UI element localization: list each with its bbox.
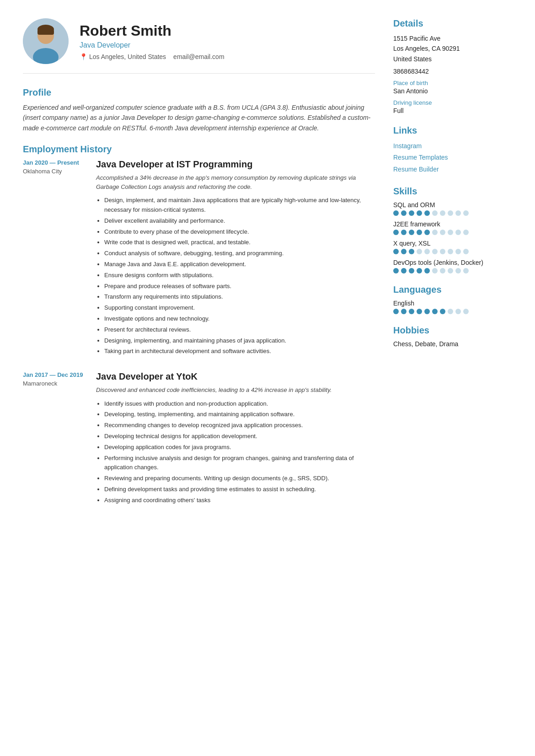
dot-empty	[448, 210, 453, 216]
dot-filled	[409, 268, 414, 273]
dot-empty	[463, 210, 469, 216]
skill-dots	[393, 210, 512, 216]
link-item[interactable]: Resume Builder	[393, 164, 512, 175]
bullet-item: Defining development tasks and providing…	[104, 485, 375, 494]
skill-dots	[393, 268, 512, 273]
pin-icon: 📍	[80, 53, 87, 60]
bullet-item: Identify issues with production and non-…	[104, 399, 375, 409]
left-column: Robert Smith Java Developer 📍 Los Angele…	[23, 18, 375, 738]
skill-dots	[393, 249, 512, 254]
dot-filled	[401, 210, 407, 216]
dot-empty	[463, 230, 469, 235]
links-list: InstagramResume TemplatesResume Builder	[393, 140, 512, 175]
bullet-item: Conduct analysis of software, debugging,…	[104, 249, 375, 258]
dot-filled	[417, 210, 422, 216]
location-pin: 📍 Los Angeles, United States	[80, 53, 166, 60]
dot-empty	[455, 309, 461, 314]
dot-filled	[424, 268, 430, 273]
skill-name: X query, XSL	[393, 240, 512, 247]
bullet-item: Design, implement, and maintain Java app…	[104, 196, 375, 215]
bullet-item: Developing application codes for java pr…	[104, 443, 375, 452]
job-content: Java Developer at YtoKDiscovered and enh…	[96, 371, 375, 506]
employment-title: Employment History	[23, 144, 375, 155]
dot-empty	[432, 249, 438, 254]
bullet-item: Ensure designs conform with stipulations…	[104, 271, 375, 280]
dot-empty	[455, 230, 461, 235]
dot-filled	[417, 268, 422, 273]
skills-section: Skills SQL and ORMJ2EE frameworkX query,…	[393, 186, 512, 273]
job-entry: Jan 2020 — PresentOklahoma CityJava Deve…	[23, 159, 375, 358]
job-bullets: Identify issues with production and non-…	[96, 399, 375, 505]
address-line3: United States	[393, 55, 432, 63]
bullet-item: Recommending changes to develop recogniz…	[104, 421, 375, 430]
links-title: Links	[393, 125, 512, 136]
language-name: English	[393, 300, 512, 307]
links-section: Links InstagramResume TemplatesResume Bu…	[393, 125, 512, 175]
bullet-item: Write code that is designed well, practi…	[104, 238, 375, 247]
link-item[interactable]: Instagram	[393, 140, 512, 152]
location-text: Los Angeles, United States	[89, 53, 166, 60]
bullet-item: Reviewing and preparing documents. Writi…	[104, 474, 375, 483]
bullet-item: Performing inclusive analysis and design…	[104, 454, 375, 473]
dot-empty	[448, 230, 453, 235]
details-address: 1515 Pacific Ave Los Angeles, CA 90291 U…	[393, 33, 512, 64]
candidate-job-title: Java Developer	[80, 41, 225, 49]
profile-section: Profile Experienced and well-organized c…	[23, 87, 375, 133]
skills-title: Skills	[393, 186, 512, 197]
dot-empty	[417, 249, 422, 254]
language-dots	[393, 309, 512, 314]
dot-filled	[393, 230, 399, 235]
bullet-item: Prepare and produce releases of software…	[104, 282, 375, 291]
hobbies-section: Hobbies Chess, Debate, Drama	[393, 325, 512, 348]
bullet-item: Investigate options and new technology.	[104, 314, 375, 324]
dot-filled	[401, 309, 407, 314]
profile-text: Experienced and well-organized computer …	[23, 102, 375, 133]
job-title-text: Java Developer at IST Programming	[96, 159, 375, 170]
jobs-container: Jan 2020 — PresentOklahoma CityJava Deve…	[23, 159, 375, 506]
dot-empty	[463, 309, 469, 314]
dot-empty	[432, 210, 438, 216]
dot-empty	[440, 210, 445, 216]
address-line1: 1515 Pacific Ave	[393, 35, 440, 42]
dot-filled	[393, 309, 399, 314]
bullet-item: Assigning and coordinating others' tasks	[104, 496, 375, 505]
dot-filled	[417, 309, 422, 314]
skill-dots	[393, 230, 512, 235]
job-city: Oklahoma City	[23, 168, 87, 175]
link-item[interactable]: Resume Templates	[393, 152, 512, 163]
dot-filled	[409, 210, 414, 216]
avatar	[23, 18, 69, 64]
languages-section: Languages English	[393, 284, 512, 314]
dot-filled	[424, 230, 430, 235]
candidate-name: Robert Smith	[80, 22, 225, 39]
bullet-item: Taking part in architectural development…	[104, 347, 375, 356]
dot-filled	[409, 249, 414, 254]
dot-filled	[409, 309, 414, 314]
employment-section: Employment History Jan 2020 — PresentOkl…	[23, 144, 375, 506]
job-bullets: Design, implement, and maintain Java app…	[96, 196, 375, 356]
language-item: English	[393, 300, 512, 314]
email-text: email@email.com	[173, 53, 224, 60]
driving-license-value: Full	[393, 107, 512, 114]
dot-empty	[432, 230, 438, 235]
skills-container: SQL and ORMJ2EE frameworkX query, XSLDev…	[393, 201, 512, 273]
dot-filled	[401, 249, 407, 254]
dot-empty	[424, 249, 430, 254]
dot-filled	[424, 309, 430, 314]
dot-filled	[409, 230, 414, 235]
dot-filled	[432, 309, 438, 314]
hobbies-text: Chess, Debate, Drama	[393, 340, 512, 348]
skill-item: SQL and ORM	[393, 201, 512, 216]
job-summary: Discovered and enhanced code inefficienc…	[96, 386, 375, 395]
address-line2: Los Angeles, CA 90291	[393, 45, 460, 52]
skill-name: DevOps tools (Jenkins, Docker)	[393, 259, 512, 266]
skill-name: J2EE framework	[393, 220, 512, 228]
right-column: Details 1515 Pacific Ave Los Angeles, CA…	[393, 18, 512, 738]
dot-empty	[448, 268, 453, 273]
bullet-item: Developing technical designs for applica…	[104, 432, 375, 441]
svg-rect-4	[37, 29, 54, 35]
dot-filled	[417, 230, 422, 235]
dot-filled	[393, 249, 399, 254]
skill-item: DevOps tools (Jenkins, Docker)	[393, 259, 512, 273]
hobbies-title: Hobbies	[393, 325, 512, 336]
